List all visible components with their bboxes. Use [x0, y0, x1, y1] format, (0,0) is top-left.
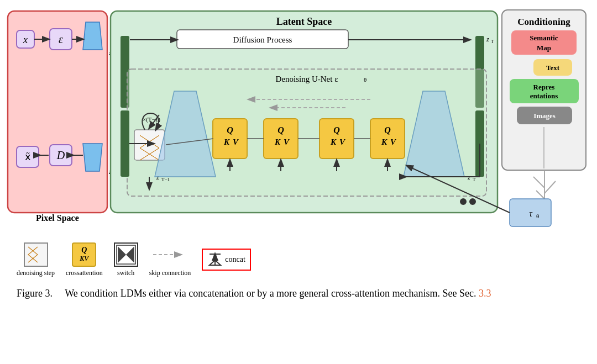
figure-number: Figure 3.	[17, 288, 53, 299]
svg-text:Semantic: Semantic	[530, 34, 558, 42]
main-container: Pixel Space x ε x̃ D	[0, 0, 597, 364]
svg-text:θ: θ	[364, 76, 366, 83]
svg-text:K: K	[330, 138, 337, 146]
svg-text:x: x	[23, 34, 28, 45]
attention-block-1	[213, 119, 247, 159]
concat-dot-1	[460, 198, 467, 205]
svg-line-58	[536, 191, 544, 199]
legend-crossattention-label: crossattention	[66, 269, 103, 277]
svg-text:Images: Images	[533, 112, 556, 120]
denoising-step-icon-legend	[24, 242, 48, 267]
svg-marker-63	[28, 247, 38, 262]
unet-label: Denoising U-Net ε	[276, 75, 338, 83]
legend-concat: concat	[202, 249, 251, 271]
svg-text:T: T	[473, 177, 476, 182]
svg-text:θ: θ	[536, 213, 539, 219]
diagram-area: Pixel Space x ε x̃ D	[6, 6, 591, 238]
svg-text:Text: Text	[546, 64, 560, 72]
attention-block-3	[320, 119, 354, 159]
svg-text:T: T	[491, 39, 494, 44]
pixel-space-label: Pixel Space	[36, 213, 79, 223]
svg-text:K: K	[223, 138, 230, 146]
svg-text:T−1: T−1	[161, 177, 170, 182]
svg-text:x̃: x̃	[25, 151, 31, 162]
crossattention-icon-legend: Q KV	[72, 242, 96, 267]
legend-switch-label: switch	[117, 269, 134, 277]
svg-line-57	[544, 181, 556, 193]
svg-marker-64	[28, 247, 38, 262]
svg-text:K: K	[274, 138, 281, 146]
attention-block-2	[264, 119, 298, 159]
svg-text:Map: Map	[537, 44, 551, 52]
legend-area: denoising step Q KV crossattention switc…	[6, 238, 591, 282]
svg-text:Repres: Repres	[533, 83, 555, 91]
latent-space-label: Latent Space	[276, 16, 332, 27]
concat-dot-2	[469, 198, 476, 205]
diffusion-process-label: Diffusion Process	[233, 35, 292, 44]
svg-text:Q: Q	[277, 125, 284, 135]
green-block-left-mid	[121, 110, 129, 177]
skip-connection-icon-legend	[150, 242, 189, 267]
concat-icon-legend: concat	[202, 249, 251, 271]
caption-text: We condition LDMs either via concatenati…	[65, 288, 476, 299]
decoder-trapezoid-left	[83, 144, 102, 171]
legend-denoising-label: denoising step	[17, 269, 55, 277]
svg-text:Q: Q	[384, 125, 391, 135]
encoder-trapezoid	[83, 22, 102, 50]
svg-text:z: z	[486, 35, 489, 43]
legend-skip-connection: skip connection	[149, 242, 191, 277]
svg-text:K: K	[381, 138, 387, 146]
svg-line-56	[533, 177, 544, 188]
svg-text:ε: ε	[59, 33, 63, 45]
legend-skip-label: skip connection	[149, 269, 191, 277]
attention-block-4	[370, 119, 405, 159]
figure-caption: Figure 3. We condition LDMs either via c…	[6, 282, 591, 303]
svg-text:Q: Q	[227, 125, 233, 135]
legend-denoising-step: denoising step	[17, 242, 55, 277]
svg-text:entations: entations	[530, 92, 558, 100]
svg-text:D: D	[56, 149, 65, 161]
switch-icon-legend	[114, 242, 138, 267]
legend-switch: switch	[114, 242, 138, 277]
svg-text:Q: Q	[333, 125, 340, 135]
caption-ref: 3.3	[479, 288, 491, 299]
legend-crossattention: Q KV crossattention	[66, 242, 103, 277]
conditioning-label: Conditioning	[517, 17, 570, 27]
